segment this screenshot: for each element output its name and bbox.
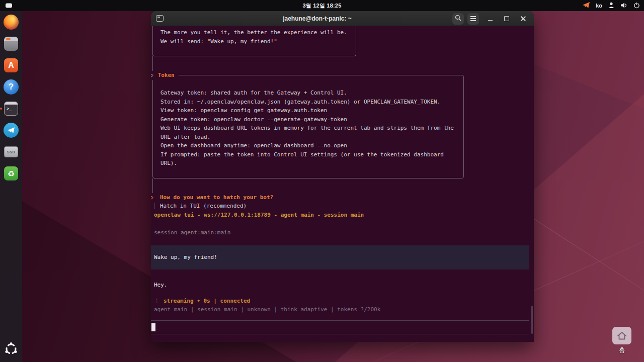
terminal-line: View token: openclaw config get gateway.… — [160, 106, 457, 115]
user-message-text: Wake up, my friend! — [154, 253, 217, 262]
terminal-content[interactable]: The more you tell it, the better the exp… — [151, 26, 534, 342]
session-id-line: session agent:main:main — [154, 228, 534, 237]
terminal-line: If prompted: paste the token into Contro… — [160, 150, 457, 159]
intro-message-box: The more you tell it, the better the exp… — [152, 26, 356, 56]
hamburger-icon — [470, 16, 476, 21]
search-icon — [455, 14, 461, 23]
hatch-answer: │ Hatch in TUI (recommended) — [152, 202, 534, 211]
maximize-button[interactable] — [501, 13, 512, 24]
menu-button[interactable] — [467, 13, 479, 25]
dock-item-ssd[interactable]: SSD — [3, 144, 19, 160]
terminal-line: Gateway token: shared auth for the Gatew… — [160, 88, 457, 98]
telegram-icon — [4, 123, 19, 138]
terminal-line: URL after load. — [160, 133, 457, 142]
terminal-line: The more you tell it, the better the exp… — [160, 28, 352, 37]
dock-item-telegram[interactable] — [3, 122, 19, 138]
token-box-label: ◇ Token — [151, 71, 179, 80]
prompt-connector-line — [152, 178, 153, 193]
power-icon[interactable] — [633, 2, 640, 10]
top-bar: 3월 12일 18:25 ko — [0, 0, 644, 11]
terminal-line: Generate token: openclaw doctor --genera… — [160, 115, 457, 124]
pipe-glyph: │ — [152, 202, 160, 211]
window-title: jaehune@don-t-panic: ~ — [181, 11, 453, 26]
telegram-tray-icon[interactable] — [582, 2, 590, 10]
window-controls — [452, 13, 529, 25]
streaming-status-text: streaming • 0s | connected — [164, 297, 250, 306]
hatch-question: ◇ How do you want to hatch your bot? — [152, 193, 534, 202]
user-message-strip: Wake up, my friend! — [151, 245, 529, 269]
terminal-scrollback: The more you tell it, the better the exp… — [152, 26, 534, 237]
hatch-answer-text: Hatch in TUI (recommended) — [160, 202, 247, 211]
home-shortcut-label: 홈 — [611, 346, 633, 354]
diamond-icon: ◇ — [151, 193, 160, 202]
dock-item-a-app[interactable]: A — [3, 57, 19, 73]
ssd-drive-icon: SSD — [4, 146, 18, 157]
recycle-icon: ♻ — [4, 166, 18, 180]
dock-item-help[interactable]: ? — [3, 79, 19, 95]
help-icon: ? — [4, 79, 19, 95]
text-cursor — [151, 323, 155, 331]
terminal-icon: >_ — [4, 102, 18, 116]
close-button[interactable] — [518, 13, 529, 24]
dock-item-package[interactable] — [3, 36, 19, 52]
scrollbar-thumb[interactable] — [531, 306, 533, 334]
package-icon — [4, 37, 18, 51]
firefox-icon — [4, 15, 19, 30]
a-app-icon: A — [4, 58, 18, 72]
running-indicator-dot — [0, 108, 2, 110]
dock-item-firefox[interactable] — [3, 14, 19, 30]
token-info-box: ◇ Token Gateway token: shared auth for t… — [152, 75, 464, 178]
ubuntu-logo-icon — [4, 342, 18, 358]
terminal-line: Web UI keeps dashboard URL tokens in mem… — [160, 124, 457, 133]
user-icon[interactable] — [608, 2, 615, 10]
terminal-window: jaehune@don-t-panic: ~ The more you tell… — [151, 11, 534, 342]
session-meta-line: agent main | session main | unknown | th… — [154, 305, 534, 314]
assistant-reply: Hey. — [154, 281, 534, 290]
spinner-icon: ⋮ — [154, 297, 159, 306]
window-app-icon — [156, 15, 164, 22]
dock: A ? >_ SSD ♻ — [0, 11, 22, 362]
session-banner: openclaw tui - ws://127.0.0.1:18789 - ag… — [154, 211, 534, 220]
search-button[interactable] — [452, 13, 464, 25]
dock-item-recycle[interactable]: ♻ — [3, 165, 19, 182]
hatch-question-text: How do you want to hatch your bot? — [160, 193, 273, 202]
chat-output: Hey. ⋮ streaming • 0s | connected agent … — [154, 281, 534, 314]
terminal-line: We will send: "Wake up, my friend!" — [160, 37, 352, 46]
keyboard-layout-indicator[interactable]: ko — [596, 3, 602, 9]
token-box-title: Token — [158, 71, 175, 80]
diamond-icon: ◇ — [151, 71, 153, 80]
clock[interactable]: 3월 12일 18:25 — [0, 0, 644, 11]
system-tray: ko — [582, 0, 640, 11]
streaming-status-line: ⋮ streaming • 0s | connected — [154, 297, 534, 306]
volume-icon[interactable] — [620, 2, 628, 10]
terminal-line: Open the dashboard anytime: openclaw das… — [160, 141, 457, 150]
desktop-home-shortcut[interactable]: 홈 — [611, 327, 633, 354]
terminal-line: URL). — [160, 159, 457, 168]
window-titlebar[interactable]: jaehune@don-t-panic: ~ — [151, 11, 534, 26]
home-folder-icon — [612, 327, 631, 344]
terminal-line: Stored in: ~/.openclaw/openclaw.json (ga… — [160, 98, 457, 107]
minimize-button[interactable] — [485, 13, 496, 24]
dock-item-terminal[interactable]: >_ — [3, 101, 19, 117]
dock-item-show-apps[interactable] — [3, 342, 19, 358]
chat-input-field[interactable] — [151, 320, 529, 334]
